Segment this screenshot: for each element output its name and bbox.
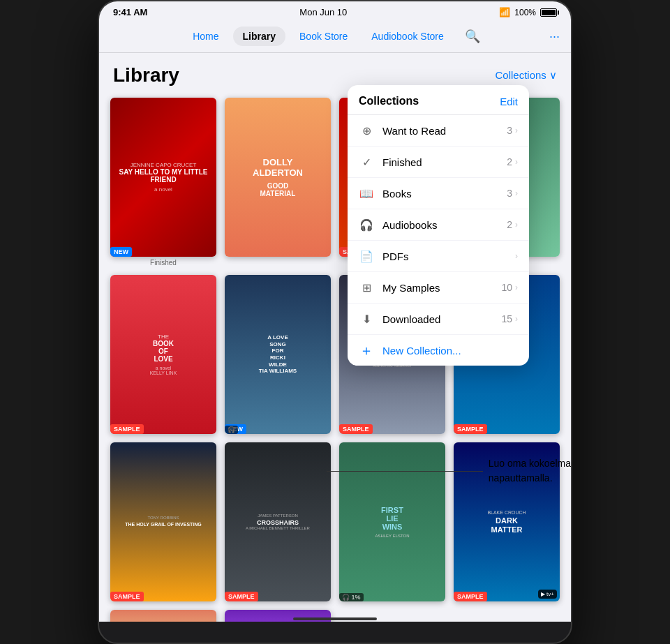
book-badge-sample-c: SAMPLE bbox=[225, 592, 258, 601]
dropdown-count-downloaded: 15 bbox=[501, 313, 512, 324]
library-title: Library bbox=[113, 64, 179, 87]
new-collection-label: New Collection... bbox=[382, 345, 461, 357]
dropdown-count-want-to-read: 3 bbox=[507, 125, 512, 136]
status-time: 9:41 AM bbox=[113, 7, 147, 17]
book-sublabel: Finished bbox=[110, 259, 216, 267]
ipad-frame: 9:41 AM Mon Jun 10 📶 100% Home Library B… bbox=[98, 0, 572, 644]
dropdown-label-downloaded: Downloaded bbox=[382, 313, 501, 325]
dropdown-title: Collections bbox=[359, 95, 419, 107]
dropdown-count-samples: 10 bbox=[501, 282, 512, 293]
book-item-book-of-love[interactable]: THE BOOKOFLOVE a novel KELLY LINK SAMPLE bbox=[110, 275, 216, 434]
dropdown-label-want-to-read: Want to Read bbox=[382, 125, 507, 137]
book-item-say-hello[interactable]: JENNINE CAPO CRUCET SAY HELLO TO MY LITT… bbox=[110, 98, 216, 267]
document-grid-icon: ⊞ bbox=[359, 280, 374, 295]
collections-dropdown: Collections Edit ⊕ Want to Read 3 › ✓ Fi… bbox=[348, 85, 529, 366]
status-right: 📶 100% bbox=[499, 7, 557, 17]
dropdown-label-audiobooks: Audiobooks bbox=[382, 219, 507, 231]
dropdown-count-audiobooks: 2 bbox=[507, 219, 512, 230]
appletv-badge: ▶ tv+ bbox=[538, 590, 557, 599]
book-item-crosshairs[interactable]: JAMES PATTERSON CROSSHAIRS A MICHAEL BEN… bbox=[225, 442, 331, 601]
book-badge-sample-hg: SAMPLE bbox=[110, 592, 144, 601]
bookmark-plus-icon: ⊕ bbox=[359, 123, 374, 138]
book-open-icon: 📖 bbox=[359, 186, 374, 201]
chevron-right-icon-s: › bbox=[515, 283, 518, 292]
dropdown-label-books: Books bbox=[382, 188, 507, 200]
collections-button[interactable]: Collections ∨ bbox=[495, 69, 557, 82]
audio-badge: 🎧 bbox=[225, 426, 238, 434]
book-item-love-song[interactable]: A LOVESONGFORRICKIWILDETIA WILLIAMS NEW … bbox=[225, 275, 331, 434]
dropdown-edit-button[interactable]: Edit bbox=[500, 96, 518, 107]
book-badge-sample-m: SAMPLE bbox=[339, 424, 373, 434]
chevron-right-icon-d: › bbox=[515, 314, 518, 324]
dropdown-item-finished[interactable]: ✓ Finished 2 › bbox=[348, 147, 529, 178]
wifi-icon: 📶 bbox=[499, 7, 510, 17]
annotation-line bbox=[327, 471, 483, 472]
dropdown-item-want-to-read[interactable]: ⊕ Want to Read 3 › bbox=[348, 115, 529, 147]
search-icon[interactable]: 🔍 bbox=[458, 24, 487, 48]
chevron-right-icon-p: › bbox=[515, 251, 518, 261]
dropdown-item-downloaded[interactable]: ⬇ Downloaded 15 › bbox=[348, 304, 529, 335]
dropdown-count-books: 3 bbox=[507, 188, 512, 199]
dropdown-label-finished: Finished bbox=[382, 156, 507, 168]
dropdown-item-books[interactable]: 📖 Books 3 › bbox=[348, 178, 529, 209]
nav-bar: Home Library Book Store Audiobook Store … bbox=[99, 20, 571, 53]
battery-icon bbox=[540, 8, 557, 17]
checkmark-circle-icon: ✓ bbox=[359, 154, 374, 170]
book-item-love2[interactable]: A LOVE bbox=[110, 610, 216, 622]
battery-text: 100% bbox=[514, 8, 536, 17]
dropdown-item-pdfs[interactable]: 📄 PDFs › bbox=[348, 241, 529, 272]
headphones-icon: 🎧 bbox=[359, 217, 374, 232]
more-button[interactable]: ··· bbox=[549, 29, 560, 44]
nav-tab-library[interactable]: Library bbox=[233, 27, 285, 46]
home-indicator bbox=[293, 617, 377, 620]
book-badge-sample-e: SAMPLE bbox=[454, 424, 487, 434]
plus-icon: ＋ bbox=[359, 343, 374, 358]
chevron-right-icon-b: › bbox=[515, 188, 518, 198]
dropdown-label-samples: My Samples bbox=[382, 282, 501, 294]
book-item-good-material[interactable]: DOLLYALDERTON GOODMATERIAL bbox=[225, 98, 331, 267]
book-badge-sample-bol: SAMPLE bbox=[110, 424, 144, 434]
nav-tab-bookstore[interactable]: Book Store bbox=[290, 27, 357, 46]
nav-tab-audiobook[interactable]: Audiobook Store bbox=[362, 27, 454, 46]
dropdown-item-audiobooks[interactable]: 🎧 Audiobooks 2 › bbox=[348, 209, 529, 241]
chevron-right-icon-a: › bbox=[515, 220, 518, 230]
chevron-right-icon-f: › bbox=[515, 157, 518, 167]
main-content: Library Collections ∨ JENNINE CAPO CRUCE… bbox=[99, 53, 571, 622]
arrow-down-circle-icon: ⬇ bbox=[359, 311, 374, 327]
book-badge-new: NEW bbox=[110, 247, 132, 257]
dropdown-item-samples[interactable]: ⊞ My Samples 10 › bbox=[348, 272, 529, 304]
dropdown-count-finished: 2 bbox=[507, 156, 512, 167]
new-collection-item[interactable]: ＋ New Collection... bbox=[348, 335, 529, 366]
annotation-area: Luo oma kokoelmanapauttamalla. bbox=[327, 456, 571, 486]
nav-tab-home[interactable]: Home bbox=[183, 27, 228, 46]
book-item-holy-grail[interactable]: TONY ROBBINS THE HOLY GRAIL OF INVESTING… bbox=[110, 442, 216, 601]
annotation-text: Luo oma kokoelmanapauttamalla. bbox=[489, 456, 571, 486]
dropdown-label-pdfs: PDFs bbox=[382, 250, 512, 262]
audio-badge-fl: 🎧 1% bbox=[339, 593, 364, 601]
status-bar: 9:41 AM Mon Jun 10 📶 100% bbox=[99, 1, 571, 20]
dropdown-header: Collections Edit bbox=[348, 85, 529, 115]
book-badge-sample-dm: SAMPLE bbox=[454, 592, 487, 601]
chevron-right-icon: › bbox=[515, 126, 518, 135]
status-date: Mon Jun 10 bbox=[299, 7, 347, 17]
document-icon: 📄 bbox=[359, 248, 374, 264]
